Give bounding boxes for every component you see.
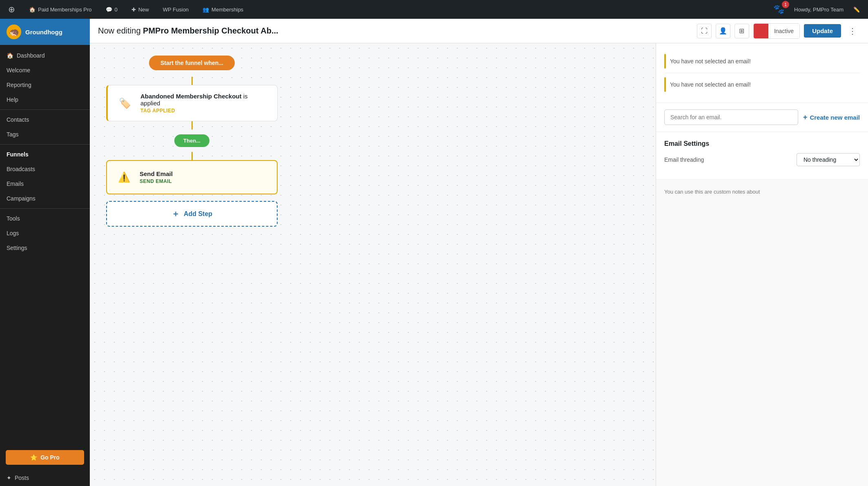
top-bar: Now editing PMPro Membership Checkout Ab… (90, 19, 868, 43)
plus-icon: ✚ (131, 7, 136, 13)
sidebar-item-posts[interactable]: ✦ Posts (0, 470, 90, 486)
email-warnings: You have not selected an email! You have… (656, 43, 868, 103)
edit-profile-icon[interactable]: ✏️ (850, 5, 863, 14)
sidebar-item-broadcasts[interactable]: Broadcasts (0, 162, 90, 176)
connector-1 (191, 77, 193, 85)
notes-text: You can use this are custom notes about (664, 188, 860, 196)
funnel-canvas[interactable]: Start the funnel when... 🏷️ Abandoned Me… (90, 43, 656, 486)
then-button[interactable]: Then... (174, 134, 209, 147)
comment-count: 0 (115, 7, 118, 13)
action-title: Send Email (140, 170, 269, 177)
settings-row-threading: Email threading No threading Reply to pr… (664, 153, 860, 166)
admin-bar-right: 🐾 1 Howdy, PMPro Team ✏️ (770, 2, 863, 16)
site-name-item[interactable]: 🏠 Paid Memberships Pro (26, 5, 95, 14)
sidebar-item-welcome[interactable]: Welcome (0, 63, 90, 78)
sidebar-item-contacts[interactable]: Contacts (0, 112, 90, 127)
status-color-indicator (754, 24, 768, 38)
add-step-plus-icon: ＋ (171, 208, 180, 219)
notification-badge: 1 (782, 1, 789, 8)
wp-logo-item[interactable]: ⊕ (5, 3, 18, 16)
more-options-button[interactable]: ⋮ (845, 24, 860, 38)
wp-fusion-item[interactable]: WP Fusion (160, 5, 192, 14)
trigger-card[interactable]: 🏷️ Abandoned Membership Checkout is appl… (106, 85, 278, 121)
sidebar-item-tools[interactable]: Tools (0, 211, 90, 226)
sidebar-item-help[interactable]: Help (0, 92, 90, 107)
sidebar-item-campaigns[interactable]: Campaigns (0, 191, 90, 206)
dashboard-icon: 🏠 (7, 52, 13, 59)
email-search-input[interactable] (664, 109, 798, 125)
warning-row-2: You have not selected an email! (664, 73, 860, 96)
warning-bar-2 (664, 77, 666, 92)
trigger-content: Abandoned Membership Checkout is applied… (140, 93, 269, 114)
sidebar-divider-3 (0, 208, 90, 209)
comment-icon: 💬 (106, 7, 112, 13)
new-label: New (138, 7, 149, 13)
action-card[interactable]: ⚠️ Send Email SEND EMAIL (106, 160, 278, 194)
star-icon: ⭐ (30, 454, 37, 461)
fullscreen-icon: ⛶ (701, 27, 708, 35)
warning-row-1: You have not selected an email! (664, 50, 860, 73)
add-step-button[interactable]: ＋ Add Step (106, 201, 278, 227)
connector-2 (191, 121, 193, 129)
comments-item[interactable]: 💬 0 (102, 5, 121, 14)
wp-admin-bar: ⊕ 🏠 Paid Memberships Pro 💬 0 ✚ New WP Fu… (0, 0, 868, 19)
app-wrapper: 🦔 Groundhogg 🏠 Dashboard Welcome Reporti… (0, 19, 868, 486)
memberships-icon: 👥 (203, 7, 209, 13)
sidebar-item-funnels[interactable]: Funnels (0, 147, 90, 162)
sidebar-nav: 🏠 Dashboard Welcome Reporting Help Conta… (0, 45, 90, 445)
notes-panel: You can use this are custom notes about (656, 180, 868, 486)
warning-bar-1 (664, 54, 666, 69)
new-item[interactable]: ✚ New (128, 5, 152, 14)
action-content: Send Email SEND EMAIL (140, 170, 269, 184)
sidebar-item-tags[interactable]: Tags (0, 127, 90, 142)
sidebar-item-reporting[interactable]: Reporting (0, 78, 90, 92)
threading-select[interactable]: No threading Reply to previous New threa… (797, 153, 860, 166)
groundhogg-logo-icon: 🦔 (7, 25, 21, 39)
sidebar-logo-text: Groundhogg (25, 29, 62, 36)
trigger-title-bold: Abandoned Membership Checkout (140, 93, 242, 100)
wp-logo-icon: ⊕ (8, 4, 15, 14)
home-icon: 🏠 (29, 7, 36, 13)
editing-prefix: Now editing (98, 26, 143, 35)
warning-text-2: You have not selected an email! (670, 81, 751, 88)
wp-fusion-label: WP Fusion (163, 7, 189, 13)
update-button[interactable]: Update (804, 24, 841, 38)
person-icon: 👤 (719, 27, 727, 35)
warning-text-1: You have not selected an email! (670, 58, 751, 65)
main-content: Now editing PMPro Membership Checkout Ab… (90, 19, 868, 486)
fullscreen-button[interactable]: ⛶ (697, 24, 712, 38)
start-funnel-button[interactable]: Start the funnel when... (149, 56, 235, 70)
user-greeting[interactable]: Howdy, PMPro Team (791, 5, 847, 14)
top-bar-actions: ⛶ 👤 ⊞ Inactive Update ⋮ (697, 23, 860, 39)
status-text: Inactive (768, 24, 799, 38)
memberships-label: Memberships (211, 7, 243, 13)
create-email-plus-icon: + (803, 113, 808, 122)
sidebar-logo[interactable]: 🦔 Groundhogg (0, 19, 90, 45)
sidebar-item-settings[interactable]: Settings (0, 241, 90, 255)
create-email-button[interactable]: + Create new email (803, 113, 860, 122)
person-button[interactable]: 👤 (716, 24, 730, 38)
greeting-text: Howdy, PMPro Team (794, 7, 844, 13)
settings-grid-button[interactable]: ⊞ (734, 24, 749, 38)
trigger-subtitle: TAG APPLIED (140, 108, 269, 114)
connector-3 (191, 152, 193, 160)
threading-label: Email threading (664, 156, 704, 163)
action-icon: ⚠️ (115, 168, 133, 186)
create-email-label: Create new email (810, 114, 860, 121)
go-pro-button[interactable]: ⭐ Go Pro (6, 450, 84, 465)
profile-edit-icon: ✏️ (853, 7, 860, 13)
sidebar-item-emails[interactable]: Emails (0, 176, 90, 191)
sidebar-item-dashboard[interactable]: 🏠 Dashboard (0, 48, 90, 63)
user-avatar[interactable]: 🐾 1 (770, 2, 788, 16)
site-name: Paid Memberships Pro (38, 7, 92, 13)
email-settings-panel: Email Settings Email threading No thread… (656, 132, 868, 180)
canvas-area: Start the funnel when... 🏷️ Abandoned Me… (90, 43, 868, 486)
sidebar-divider-1 (0, 109, 90, 110)
funnel-name: PMPro Membership Checkout Ab... (143, 26, 278, 35)
right-panel: You have not selected an email! You have… (656, 43, 868, 486)
sidebar-divider-2 (0, 144, 90, 145)
sidebar-item-logs[interactable]: Logs (0, 226, 90, 241)
memberships-item[interactable]: 👥 Memberships (199, 5, 247, 14)
add-step-label: Add Step (184, 210, 212, 218)
funnel-flow: Start the funnel when... 🏷️ Abandoned Me… (106, 56, 278, 227)
